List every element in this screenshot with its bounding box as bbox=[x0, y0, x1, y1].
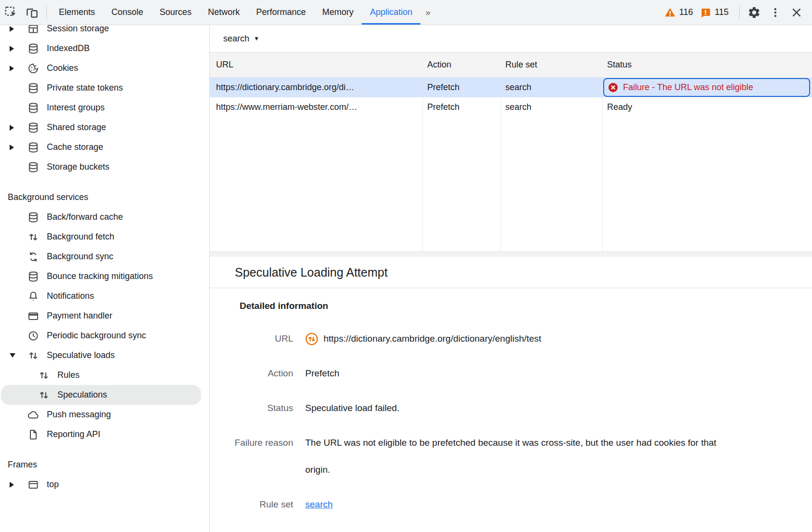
ruleset-filter-dropdown[interactable]: search ▼ bbox=[223, 34, 259, 44]
sidebar-item-storage-buckets[interactable]: Storage buckets bbox=[0, 157, 209, 177]
status-label: Status bbox=[210, 395, 293, 422]
column-header-status[interactable]: Status bbox=[602, 53, 812, 77]
sidebar-item-label: Session storage bbox=[47, 25, 109, 34]
status-value: Speculative load failed. bbox=[305, 395, 399, 422]
error-icon bbox=[608, 82, 618, 93]
tab-performance[interactable]: Performance bbox=[248, 0, 314, 25]
speculations-table: URL Action Rule set Status https://dicti… bbox=[210, 53, 812, 252]
sidebar-item-private-state-tokens[interactable]: Private state tokens bbox=[0, 78, 209, 98]
database-icon bbox=[27, 271, 39, 282]
application-sidebar: Session storage IndexedDB bbox=[0, 25, 210, 532]
rule-set-cell[interactable]: search bbox=[501, 78, 602, 97]
database-icon bbox=[27, 161, 39, 173]
tab-memory[interactable]: Memory bbox=[314, 0, 362, 25]
inspect-element-button[interactable] bbox=[0, 0, 21, 25]
sidebar-item-speculations[interactable]: Speculations bbox=[1, 385, 201, 405]
issue-count: 115 bbox=[715, 7, 729, 17]
sidebar-item-periodic-background-sync[interactable]: Periodic background sync bbox=[0, 326, 209, 346]
updown-arrows-icon bbox=[27, 231, 39, 243]
sidebar-item-label: Interest groups bbox=[47, 103, 105, 113]
url-cell[interactable]: https://www.merriam-webster.com/… bbox=[210, 97, 422, 117]
sidebar-item-indexeddb[interactable]: IndexedDB bbox=[0, 39, 209, 58]
status-ready-text: Ready bbox=[607, 102, 632, 112]
action-cell[interactable]: Prefetch bbox=[422, 97, 501, 117]
tab-application[interactable]: Application bbox=[362, 0, 420, 25]
sidebar-item-label: Cookies bbox=[47, 63, 78, 73]
tab-elements[interactable]: Elements bbox=[51, 0, 103, 25]
collapse-arrow-icon[interactable] bbox=[10, 145, 19, 150]
warnings-counter[interactable]: 116 bbox=[664, 6, 693, 18]
sidebar-item-background-sync[interactable]: Background sync bbox=[0, 247, 209, 266]
issues-counter[interactable]: 115 bbox=[700, 7, 729, 18]
sidebar-item-label: Storage buckets bbox=[47, 162, 109, 172]
sidebar-item-label: Background fetch bbox=[47, 232, 114, 242]
sync-icon bbox=[27, 251, 39, 263]
collapse-arrow-icon[interactable] bbox=[10, 66, 19, 71]
warning-count: 116 bbox=[679, 7, 693, 17]
table-row[interactable]: https://dictionary.cambridge.org/di… Pre… bbox=[210, 78, 812, 97]
detail-row-rule-set: Rule set search bbox=[210, 491, 812, 518]
device-toolbar-icon bbox=[26, 6, 39, 19]
column-header-action[interactable]: Action bbox=[422, 53, 501, 77]
close-icon bbox=[790, 6, 803, 19]
background-services-section-header: Background services bbox=[0, 187, 209, 207]
sidebar-item-cookies[interactable]: Cookies bbox=[0, 58, 209, 78]
collapse-arrow-icon[interactable] bbox=[10, 26, 19, 32]
sidebar-item-cache-storage[interactable]: Cache storage bbox=[0, 137, 209, 157]
sidebar-item-label: Payment handler bbox=[47, 311, 112, 321]
status-failure-text: Failure - The URL was not eligible bbox=[623, 82, 753, 93]
rule-set-link[interactable]: search bbox=[305, 499, 333, 509]
collapse-arrow-icon[interactable] bbox=[10, 125, 19, 131]
sidebar-item-label: Private state tokens bbox=[47, 83, 123, 93]
sidebar-item-label: Background sync bbox=[47, 252, 113, 262]
sidebar-item-label: Speculations bbox=[57, 390, 107, 400]
sidebar-item-label: Bounce tracking mitigations bbox=[47, 271, 153, 281]
sidebar-item-payment-handler[interactable]: Payment handler bbox=[0, 306, 209, 326]
updown-arrows-icon bbox=[27, 350, 39, 361]
sidebar-item-label: Notifications bbox=[47, 291, 94, 301]
rule-set-cell[interactable]: search bbox=[501, 97, 602, 117]
sidebar-item-shared-storage[interactable]: Shared storage bbox=[0, 118, 209, 137]
more-options-button[interactable] bbox=[765, 6, 786, 19]
panel-splitter[interactable] bbox=[210, 252, 812, 257]
settings-button[interactable] bbox=[744, 6, 765, 19]
url-cell[interactable]: https://dictionary.cambridge.org/di… bbox=[210, 78, 422, 97]
card-icon bbox=[27, 310, 39, 322]
close-devtools-button[interactable] bbox=[786, 6, 807, 19]
toolbar-divider bbox=[739, 5, 740, 20]
database-icon bbox=[27, 102, 39, 114]
tab-sources[interactable]: Sources bbox=[151, 0, 200, 25]
more-tabs-button[interactable]: » bbox=[420, 0, 436, 25]
frames-section-header: Frames bbox=[0, 455, 209, 475]
status-cell[interactable]: Ready bbox=[602, 97, 812, 117]
sidebar-item-background-fetch[interactable]: Background fetch bbox=[0, 227, 209, 247]
status-cell[interactable]: Failure - The URL was not eligible bbox=[602, 78, 812, 97]
tab-console[interactable]: Console bbox=[103, 0, 151, 25]
sidebar-item-session-storage[interactable]: Session storage bbox=[0, 25, 209, 39]
collapse-arrow-icon[interactable] bbox=[10, 46, 19, 52]
tab-network[interactable]: Network bbox=[200, 0, 248, 25]
detail-row-status: Status Speculative load failed. bbox=[210, 395, 812, 422]
column-header-url[interactable]: URL bbox=[210, 53, 422, 77]
sidebar-item-reporting-api[interactable]: Reporting API bbox=[0, 425, 209, 444]
sidebar-item-top-frame[interactable]: top bbox=[0, 475, 209, 494]
expand-arrow-icon[interactable] bbox=[10, 353, 19, 358]
sidebar-item-push-messaging[interactable]: Push messaging bbox=[0, 405, 209, 425]
sidebar-item-speculative-loads[interactable]: Speculative loads bbox=[0, 346, 209, 365]
sidebar-item-back-forward-cache[interactable]: Back/forward cache bbox=[0, 207, 209, 227]
sidebar-item-interest-groups[interactable]: Interest groups bbox=[0, 98, 209, 118]
database-icon bbox=[27, 43, 39, 54]
database-icon bbox=[27, 82, 39, 94]
sidebar-item-bounce-tracking-mitigations[interactable]: Bounce tracking mitigations bbox=[0, 266, 209, 286]
sidebar-item-rules[interactable]: Rules bbox=[0, 365, 209, 385]
sidebar-item-notifications[interactable]: Notifications bbox=[0, 286, 209, 306]
device-toolbar-button[interactable] bbox=[21, 0, 42, 25]
speculation-details: Speculative Loading Attempt Detailed inf… bbox=[210, 257, 812, 518]
action-cell[interactable]: Prefetch bbox=[422, 78, 501, 97]
collapse-arrow-icon[interactable] bbox=[10, 482, 19, 488]
detail-row-failure-reason: Failure reason The URL was not eligible … bbox=[210, 429, 812, 483]
table-row[interactable]: https://www.merriam-webster.com/… Prefet… bbox=[210, 97, 812, 117]
sidebar-item-label: top bbox=[47, 479, 59, 490]
column-header-rule-set[interactable]: Rule set bbox=[501, 53, 602, 77]
devtools-tabbar: Elements Console Sources Network Perform… bbox=[0, 0, 812, 25]
